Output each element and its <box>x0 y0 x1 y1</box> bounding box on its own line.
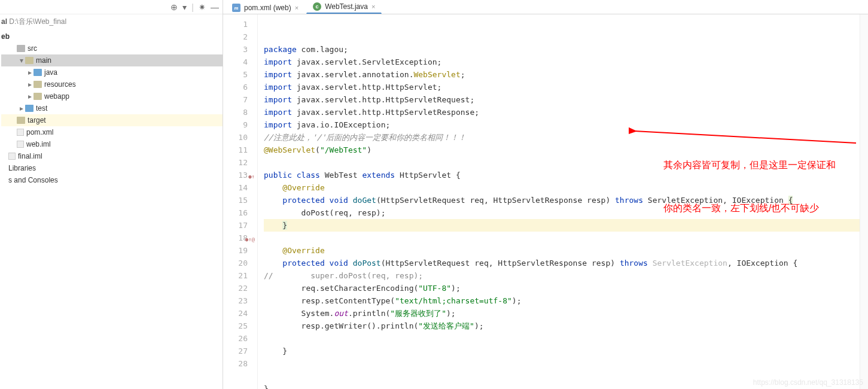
project-tree[interactable]: eb src▾main▸java▸resources▸webapp▸testta… <box>0 31 223 186</box>
code-line[interactable]: import javax.servlet.annotation.WebServl… <box>264 68 860 81</box>
scrollbar[interactable] <box>860 14 868 389</box>
watermark: https://blog.csdn.net/qq_31318135 <box>753 378 863 387</box>
separator: | <box>191 2 194 12</box>
tree-item[interactable]: target <box>1 114 223 126</box>
tree-item[interactable]: final.iml <box>1 150 223 162</box>
tree-item[interactable]: pom.xml <box>1 126 223 138</box>
line-gutter: 12345678910111213●↑1415161718●↑@19202122… <box>223 14 258 389</box>
code-line[interactable] <box>264 332 860 345</box>
breadcrumb: al D:\音乐\Web_final <box>0 14 223 31</box>
code-line[interactable]: req.setCharacterEncoding("UTF-8"); <box>264 282 860 294</box>
code-line[interactable]: resp.setContentType("text/html;charset=u… <box>264 294 860 307</box>
tree-item[interactable]: ▸test <box>1 102 223 114</box>
editor-tab-bar: mpom.xml (web)×cWebTest.java× <box>223 0 868 14</box>
project-sidebar: ⊕ ▾ | ✷ — al D:\音乐\Web_final eb src▾main… <box>0 0 223 389</box>
code-line[interactable]: @Override <box>264 244 860 257</box>
dropdown-icon[interactable]: ▾ <box>182 2 187 12</box>
code-line[interactable]: import javax.servlet.http.HttpServlet; <box>264 81 860 93</box>
code-line[interactable]: import javax.servlet.http.HttpServletReq… <box>264 93 860 106</box>
target-icon[interactable]: ⊕ <box>170 2 178 12</box>
tree-item[interactable]: ▸resources <box>1 78 223 90</box>
tree-item[interactable]: Libraries <box>1 162 223 174</box>
tree-item[interactable]: src <box>1 42 223 54</box>
code-line[interactable]: // super.doPost(req, resp); <box>264 269 860 282</box>
code-editor[interactable]: 12345678910111213●↑1415161718●↑@19202122… <box>223 14 868 389</box>
code-line[interactable]: import javax.servlet.ServletException; <box>264 56 860 68</box>
code-line[interactable]: package com.lagou; <box>264 43 860 56</box>
close-icon[interactable]: × <box>371 3 375 10</box>
code-line[interactable]: resp.getWriter().println("发送给客户端"); <box>264 320 860 332</box>
code-line[interactable]: import javax.servlet.http.HttpServletRes… <box>264 106 860 118</box>
close-icon[interactable]: × <box>295 4 299 11</box>
editor-tab[interactable]: mpom.xml (web)× <box>226 1 305 14</box>
code-line[interactable] <box>264 357 860 370</box>
tree-item[interactable]: ▾main <box>1 54 223 66</box>
tree-item[interactable]: s and Consoles <box>1 174 223 186</box>
editor-tab[interactable]: cWebTest.java× <box>306 0 382 14</box>
gear-icon[interactable]: ✷ <box>199 2 206 12</box>
minimize-icon[interactable]: — <box>211 2 219 12</box>
sidebar-toolbar: ⊕ ▾ | ✷ — <box>0 0 223 14</box>
tree-item[interactable]: web.iml <box>1 138 223 150</box>
code-line[interactable]: } <box>264 345 860 357</box>
code-line[interactable]: System.out.println("服务器收到了"); <box>264 307 860 320</box>
tree-item[interactable]: ▸java <box>1 66 223 78</box>
code-line[interactable]: protected void doPost(HttpServletRequest… <box>264 257 860 269</box>
tree-root[interactable]: eb <box>1 31 223 42</box>
code-area[interactable]: package com.lagou;import javax.servlet.S… <box>258 14 860 389</box>
tree-item[interactable]: ▸webapp <box>1 90 223 102</box>
annotation-text: 其余内容皆可复制，但是这里一定保证和 你的类名一致，左下划线/也不可缺少 <box>663 129 836 244</box>
